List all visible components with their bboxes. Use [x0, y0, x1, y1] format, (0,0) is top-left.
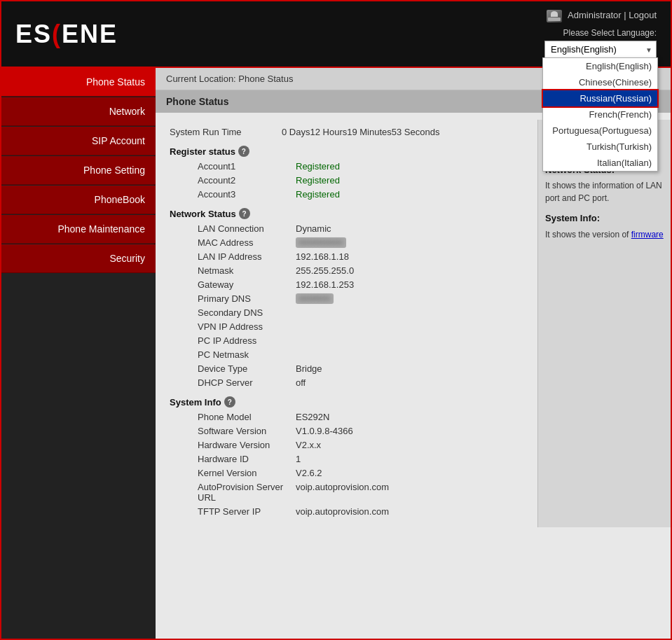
lan-ip-label: LAN IP Address: [198, 251, 296, 262]
dhcp-server-label: DHCP Server: [198, 377, 296, 388]
autoprovision-url-row: AutoProvision Server URL voip.autoprovis…: [170, 482, 523, 503]
account3-row: Account3 Registered: [170, 189, 523, 200]
sidebar-label-security: Security: [109, 253, 145, 264]
dhcp-server-row: DHCP Server off: [170, 377, 523, 388]
hardware-version-value: V2.x.x: [296, 440, 321, 450]
lang-option-turkish[interactable]: Turkish(Turkish): [543, 139, 657, 155]
pc-netmask-row: PC Netmask: [170, 349, 523, 360]
account1-row: Account1 Registered: [170, 161, 523, 172]
hardware-id-label: Hardware ID: [198, 454, 296, 464]
right-panel-network-text: It shows the information of LAN port and…: [545, 179, 664, 204]
account2-value: Registered: [296, 175, 340, 186]
lang-option-italian[interactable]: Italian(Italian): [543, 155, 657, 171]
vpn-ip-row: VPN IP Address: [170, 321, 523, 332]
lan-ip-row: LAN IP Address 192.168.1.18: [170, 251, 523, 262]
sidebar-item-phonebook[interactable]: PhoneBook: [1, 186, 156, 214]
netmask-value: 255.255.255.0: [296, 265, 354, 276]
phone-model-row: Phone Model ES292N: [170, 412, 523, 422]
tftp-server-value: voip.autoprovision.com: [296, 506, 389, 517]
secondary-dns-row: Secondary DNS: [170, 307, 523, 318]
pc-netmask-label: PC Netmask: [198, 349, 296, 360]
admin-bar: Administrator | Logout: [544, 10, 657, 22]
netmask-label: Netmask: [198, 265, 296, 276]
sidebar-label-phone-maintenance: Phone Maintenance: [57, 223, 145, 235]
system-info-label: System Info: [170, 397, 221, 408]
account2-label: Account2: [198, 175, 296, 186]
lan-ip-value: 192.168.1.18: [296, 251, 349, 262]
lang-select-wrapper[interactable]: English(English) ▼: [544, 41, 657, 58]
admin-icon-img: [547, 10, 562, 22]
autoprovision-url-label: AutoProvision Server URL: [198, 482, 296, 503]
lang-select[interactable]: English(English): [544, 41, 657, 58]
primary-dns-label: Primary DNS: [198, 293, 296, 304]
account2-row: Account2 Registered: [170, 175, 523, 186]
primary-dns-value: ••••••••••: [296, 293, 334, 304]
lan-connection-row: LAN Connection Dynamic: [170, 223, 523, 234]
firmware-link[interactable]: firmware: [631, 230, 664, 239]
kernel-version-value: V2.6.2: [296, 468, 322, 478]
mac-address-label: MAC Address: [198, 237, 296, 248]
system-run-time-label: System Run Time: [170, 127, 282, 137]
phone-model-label: Phone Model: [198, 412, 296, 422]
pc-ip-row: PC IP Address: [170, 335, 523, 346]
system-info-help-icon[interactable]: ?: [224, 396, 235, 408]
account1-label: Account1: [198, 161, 296, 172]
content-body: System Run Time 0 Days12 Hours19 Minutes…: [156, 120, 671, 527]
right-panel-sysinfo-title: System Info:: [545, 211, 664, 225]
phone-model-value: ES292N: [296, 412, 329, 422]
pc-ip-label: PC IP Address: [198, 335, 296, 346]
dhcp-server-value: off: [296, 377, 306, 388]
device-type-row: Device Type Bridge: [170, 363, 523, 374]
vpn-ip-label: VPN IP Address: [198, 321, 296, 332]
sidebar-label-phone-setting: Phone Setting: [83, 165, 145, 176]
kernel-version-label: Kernel Version: [198, 468, 296, 478]
register-help-icon[interactable]: ?: [238, 146, 249, 157]
sidebar-label-network: Network: [109, 106, 145, 117]
hardware-version-row: Hardware Version V2.x.x: [170, 440, 523, 450]
lang-option-portuguesa[interactable]: Portuguesa(Portuguesa): [543, 123, 657, 139]
secondary-dns-label: Secondary DNS: [198, 307, 296, 318]
software-version-row: Software Version V1.0.9.8-4366: [170, 426, 523, 436]
lang-option-english[interactable]: English(English): [543, 58, 657, 74]
sidebar-label-phone-status: Phone Status: [86, 76, 145, 88]
mac-address-row: MAC Address ••••••••••••••: [170, 237, 523, 248]
network-status-header: Network Status ?: [170, 208, 523, 219]
sidebar: Phone Status Network SIP Account Phone S…: [1, 68, 156, 640]
sidebar-label-sip-account: SIP Account: [92, 135, 145, 146]
sidebar-item-security[interactable]: Security: [1, 244, 156, 273]
logo-text: ES(ENE: [15, 20, 118, 49]
lan-connection-label: LAN Connection: [198, 223, 296, 234]
device-type-label: Device Type: [198, 363, 296, 374]
lang-dropdown-overlay[interactable]: English(English) Chinese(Chinese) Russia…: [542, 57, 658, 172]
register-status-label: Register status: [170, 146, 235, 157]
account1-value: Registered: [296, 161, 340, 172]
sidebar-item-phone-maintenance[interactable]: Phone Maintenance: [1, 215, 156, 244]
lang-option-chinese[interactable]: Chinese(Chinese): [543, 74, 657, 90]
gateway-label: Gateway: [198, 279, 296, 290]
system-info-header: System Info ?: [170, 396, 523, 408]
network-help-icon[interactable]: ?: [239, 208, 250, 219]
system-run-time-value: 0 Days12 Hours19 Minutes53 Seconds: [282, 127, 439, 137]
lan-connection-value: Dynamic: [296, 223, 331, 234]
lang-option-russian[interactable]: Russian(Russian): [543, 90, 657, 106]
sidebar-item-network[interactable]: Network: [1, 97, 156, 126]
sidebar-item-sip-account[interactable]: SIP Account: [1, 127, 156, 155]
mac-address-value: ••••••••••••••: [296, 237, 346, 248]
gateway-row: Gateway 192.168.1.253: [170, 279, 523, 290]
autoprovision-url-value: voip.autoprovision.com: [296, 482, 389, 503]
main-content: System Run Time 0 Days12 Hours19 Minutes…: [156, 120, 537, 527]
sidebar-label-phonebook: PhoneBook: [95, 194, 145, 205]
logo: ES(ENE: [15, 20, 118, 49]
gateway-value: 192.168.1.253: [296, 279, 354, 290]
account3-value: Registered: [296, 189, 340, 200]
lang-label: Please Select Language:: [544, 28, 657, 38]
sidebar-item-phone-status[interactable]: Phone Status: [1, 68, 156, 97]
sidebar-item-phone-setting[interactable]: Phone Setting: [1, 156, 156, 185]
tftp-server-label: TFTP Server IP: [198, 506, 296, 517]
lang-option-french[interactable]: French(French): [543, 106, 657, 123]
hardware-id-value: 1: [296, 454, 301, 464]
hardware-version-label: Hardware Version: [198, 440, 296, 450]
admin-text: Administrator | Logout: [568, 10, 657, 20]
register-status-header: Register status ?: [170, 146, 523, 157]
tftp-server-row: TFTP Server IP voip.autoprovision.com: [170, 506, 523, 517]
